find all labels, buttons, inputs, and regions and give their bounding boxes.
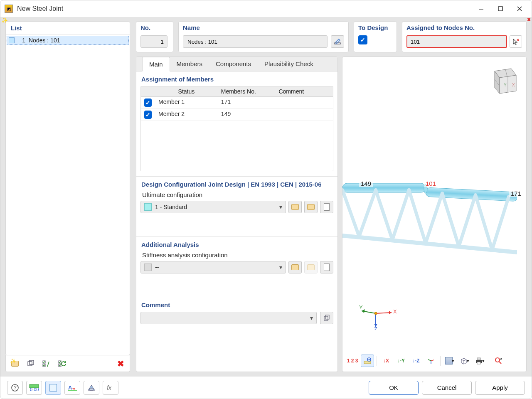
- table-row[interactable]: ✓ Member 2 149: [141, 109, 333, 121]
- svg-rect-5: [30, 360, 34, 365]
- library-stiffness-button[interactable]: [304, 261, 318, 273]
- chevron-down-icon: ▾: [310, 315, 313, 321]
- view-cube[interactable]: Y X: [486, 64, 520, 97]
- assigned-nodes-card: Assigned to Nodes No.: [402, 21, 527, 52]
- preview-viewport[interactable]: Y X: [342, 57, 527, 372]
- svg-rect-4: [28, 362, 32, 366]
- display-mode-button[interactable]: ▾: [443, 355, 456, 367]
- check-all-button[interactable]: [40, 357, 53, 370]
- window-title: New Steel Joint: [17, 5, 63, 12]
- svg-rect-57: [477, 362, 480, 364]
- show-dimensions-button[interactable]: [361, 355, 374, 367]
- additional-analysis-section: Additional Analysis Stiffness analysis c…: [136, 237, 337, 297]
- table-row[interactable]: ✓ Member 1 171: [141, 97, 333, 109]
- members-table: Status Members No. Comment ✓ Member 1 17…: [140, 86, 333, 171]
- zoom-extents-button[interactable]: [492, 355, 505, 367]
- cancel-button[interactable]: Cancel: [422, 381, 472, 395]
- help-button[interactable]: ?: [7, 381, 23, 395]
- window-minimize-button[interactable]: [472, 1, 491, 16]
- comment-title: Comment: [141, 301, 333, 308]
- name-label: Name: [183, 24, 344, 31]
- ok-button[interactable]: OK: [369, 381, 419, 395]
- active-mode-button[interactable]: [45, 381, 61, 395]
- svg-line-26: [359, 190, 376, 236]
- apply-button[interactable]: Apply: [475, 381, 525, 395]
- view-x-button[interactable]: ↓X: [379, 355, 393, 367]
- refresh-check-button[interactable]: [56, 357, 69, 370]
- number-input[interactable]: [140, 35, 167, 48]
- ultimate-config-select[interactable]: 1 - Standard ▾: [140, 201, 286, 213]
- letters-button[interactable]: Aπ: [64, 381, 80, 395]
- view-y-button[interactable]: ↓-Y: [394, 355, 408, 367]
- comment-input[interactable]: ▾: [140, 312, 317, 324]
- window-close-button[interactable]: [510, 1, 529, 16]
- to-design-label: To Design: [358, 24, 392, 31]
- duplicate-item-button[interactable]: [24, 357, 37, 370]
- name-input[interactable]: [183, 35, 328, 48]
- function-button[interactable]: fx: [103, 381, 118, 395]
- window-maximize-button[interactable]: [491, 1, 510, 16]
- title-bar: ◩ New Steel Joint: [0, 0, 532, 17]
- svg-rect-45: [364, 361, 371, 364]
- list-item-index: 1: [18, 37, 25, 44]
- pick-nodes-button[interactable]: [510, 35, 522, 48]
- wireframe-button[interactable]: ▾: [458, 355, 471, 367]
- tab-components[interactable]: Components: [209, 57, 258, 71]
- stiffness-config-label: Stiffness analysis configuration: [142, 251, 333, 259]
- tab-main[interactable]: Main: [142, 57, 170, 71]
- svg-line-25: [342, 190, 359, 236]
- delete-item-button[interactable]: ✖: [114, 357, 127, 370]
- tab-bar: Main Members Components Plausibility Che…: [136, 57, 337, 71]
- svg-text:?: ?: [14, 385, 17, 391]
- units-precision-button[interactable]: 0,00: [26, 381, 42, 395]
- to-design-card: To Design ✓: [354, 21, 397, 52]
- list-item[interactable]: 1 Nodes : 101: [7, 36, 129, 45]
- assigned-nodes-label: Assigned to Nodes No.: [406, 24, 522, 31]
- label-node-101: 101: [424, 180, 438, 187]
- app-icon: ◩: [5, 5, 13, 13]
- svg-marker-39: [362, 309, 365, 313]
- svg-text:Y: Y: [504, 83, 507, 87]
- tab-members[interactable]: Members: [170, 57, 209, 71]
- comment-copy-button[interactable]: [320, 312, 333, 324]
- ultimate-config-value: 1 - Standard: [155, 204, 187, 210]
- to-design-checkbox[interactable]: ✓: [358, 35, 367, 44]
- view-z-button[interactable]: ↓-Z: [409, 355, 423, 367]
- remove-stiffness-button[interactable]: [320, 261, 333, 273]
- stiffness-config-select[interactable]: -- ▾: [140, 261, 286, 273]
- assignment-title: Assignment of Members: [141, 76, 333, 83]
- row-checkbox[interactable]: ✓: [144, 99, 152, 107]
- library-config-button[interactable]: [304, 201, 318, 213]
- svg-line-32: [459, 195, 475, 246]
- list-body[interactable]: 1 Nodes : 101: [6, 35, 130, 355]
- view-iso-button[interactable]: [424, 355, 438, 367]
- shape-button[interactable]: [84, 381, 99, 395]
- svg-line-49: [428, 360, 431, 361]
- tab-plausibility[interactable]: Plausibility Check: [258, 57, 320, 71]
- col-comment: Comment: [275, 86, 333, 96]
- svg-rect-12: [325, 315, 329, 319]
- cell-status: Member 2: [155, 109, 218, 121]
- svg-point-44: [374, 312, 377, 315]
- print-button[interactable]: ▾: [473, 355, 486, 367]
- row-checkbox[interactable]: ✓: [144, 111, 152, 119]
- new-item-button[interactable]: [8, 357, 22, 370]
- new-stiffness-button[interactable]: [288, 261, 302, 273]
- stiffness-config-value: --: [155, 264, 159, 271]
- show-numbers-button[interactable]: 1 2 3: [346, 355, 359, 367]
- svg-line-30: [426, 193, 442, 243]
- assigned-nodes-input[interactable]: [406, 35, 507, 48]
- chevron-down-icon: ▾: [279, 204, 282, 210]
- remove-config-button[interactable]: [320, 201, 333, 213]
- svg-text:X: X: [512, 83, 515, 87]
- axes-indicator: X Y Z: [359, 301, 397, 330]
- ultimate-config-swatch: [144, 203, 152, 211]
- new-config-button[interactable]: [288, 201, 302, 213]
- edit-name-button[interactable]: [331, 35, 344, 48]
- cursor-pick-icon: [512, 38, 520, 45]
- preview-toolbar: 1 2 3 ↓X ↓-Y ↓-Z ▾ ▾: [346, 353, 523, 368]
- svg-point-58: [495, 358, 500, 362]
- truss-rendering: [342, 182, 517, 261]
- list-heading: List: [6, 22, 130, 35]
- svg-rect-21: [342, 183, 426, 192]
